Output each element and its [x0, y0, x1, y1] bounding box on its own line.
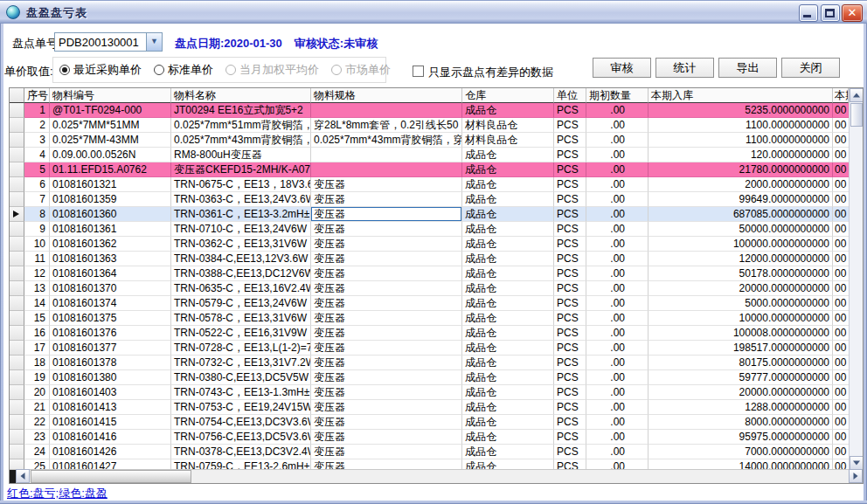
horizontal-scrollbar-thumb[interactable] — [31, 470, 191, 483]
cell-overflow[interactable]: 00 — [833, 222, 849, 237]
cell-unit[interactable]: PCS — [554, 459, 586, 469]
cell-overflow[interactable]: 00 — [833, 400, 849, 415]
cell-inbound[interactable]: 80175.0000000000 — [649, 356, 833, 370]
cell-spec[interactable]: 变压器 — [311, 281, 462, 296]
row-selector[interactable] — [10, 341, 24, 356]
cell-inbound[interactable]: 7000.0000000000 — [649, 445, 833, 459]
cell-begin-qty[interactable]: .00 — [586, 370, 649, 385]
cell-code[interactable]: 01081601378 — [50, 356, 171, 370]
cell-unit[interactable]: PCS — [554, 148, 586, 162]
maximize-button[interactable] — [821, 4, 840, 22]
cell-name[interactable]: RM8-800uH变压器 — [171, 148, 311, 162]
cell-inbound[interactable]: 95975.0000000000 — [649, 430, 833, 445]
row-selector[interactable] — [10, 118, 24, 133]
cell-name[interactable]: 0.025*7mm*51mm背胶铜箔， — [171, 118, 311, 133]
inventory-order-combobox[interactable]: PDB200130001 ▼ — [54, 32, 163, 52]
cell-unit[interactable]: PCS — [554, 237, 586, 252]
cell-name[interactable]: TRN-0754-C,EE13,DC3V3.6W — [171, 415, 311, 430]
cell-code[interactable]: 0.025*7MM-43MM — [50, 133, 171, 148]
cell-name[interactable]: TRN-0378-C,EE13,DC3V2.4W — [171, 445, 311, 459]
cell-no[interactable]: 8 — [24, 207, 50, 222]
cell-name[interactable]: TRN-0635-C，EE13,16V2.4W — [171, 281, 311, 296]
cell-spec[interactable]: 变压器 — [311, 177, 462, 192]
row-selector[interactable] — [10, 430, 24, 445]
cell-begin-qty[interactable]: .00 — [586, 118, 649, 133]
cell-begin-qty[interactable]: .00 — [586, 356, 649, 370]
vertical-scrollbar[interactable] — [849, 88, 863, 470]
row-selector[interactable] — [10, 103, 24, 118]
cell-begin-qty[interactable]: .00 — [586, 341, 649, 356]
export-button[interactable]: 导出 — [718, 58, 777, 78]
cell-code[interactable]: 01081601380 — [50, 370, 171, 385]
cell-code[interactable]: 01081601403 — [50, 385, 171, 400]
cell-no[interactable]: 7 — [24, 192, 50, 207]
table-row[interactable]: 2401081601426TRN-0378-C,EE13,DC3V2.4W变压器… — [10, 445, 849, 459]
cell-name[interactable]: TRN-0363-C，EE13,24V3.6W — [171, 192, 311, 207]
cell-warehouse[interactable]: 成品仓 — [462, 148, 554, 162]
scroll-right-icon[interactable] — [849, 469, 863, 483]
cell-inbound[interactable]: 5000.0000000000 — [649, 296, 833, 311]
cell-begin-qty[interactable]: .00 — [586, 415, 649, 430]
radio-circle-icon[interactable] — [59, 65, 70, 75]
cell-begin-qty[interactable]: .00 — [586, 237, 649, 252]
cell-overflow[interactable]: 00 — [833, 252, 849, 266]
cell-inbound[interactable]: 1100.0000000000 — [649, 118, 833, 133]
table-row[interactable]: 1401081601374TRN-0579-C，EE13,24V6W变压器成品仓… — [10, 296, 849, 311]
cell-inbound[interactable]: 2000.0000000000 — [649, 177, 833, 192]
cell-spec[interactable] — [311, 148, 462, 162]
statistics-button[interactable]: 统计 — [655, 58, 714, 78]
cell-name[interactable]: TRN-0743-C，EE13-1.3mH± — [171, 385, 311, 400]
row-selector[interactable] — [10, 385, 24, 400]
row-selector[interactable] — [10, 266, 24, 281]
cell-inbound[interactable]: 20000.0000000000 — [649, 385, 833, 400]
column-header-no[interactable]: 序号 — [24, 88, 50, 103]
cell-unit[interactable]: PCS — [554, 430, 586, 445]
cell-overflow[interactable]: 00 — [833, 207, 849, 222]
row-selector[interactable] — [10, 400, 24, 415]
cell-no[interactable]: 22 — [24, 415, 50, 430]
cell-no[interactable]: 3 — [24, 133, 50, 148]
cell-unit[interactable]: PCS — [554, 445, 586, 459]
cell-warehouse[interactable]: 成品仓 — [462, 103, 554, 118]
row-selector-header[interactable] — [10, 88, 24, 103]
cell-begin-qty[interactable]: .00 — [586, 385, 649, 400]
cell-no[interactable]: 25 — [24, 459, 50, 469]
cell-spec[interactable]: 变压器 — [311, 415, 462, 430]
cell-warehouse[interactable]: 成品仓 — [462, 385, 554, 400]
cell-overflow[interactable]: 00 — [833, 162, 849, 177]
cell-inbound[interactable]: 20000.0000000000 — [649, 281, 833, 296]
table-row[interactable]: 2101081601413TRN-0753-C，EE19,24V15W变压器成品… — [10, 400, 849, 415]
table-row[interactable]: 1701081601377TRN-0728-C，EE13,L(1-2)=7变压器… — [10, 341, 849, 356]
cell-overflow[interactable]: 00 — [833, 430, 849, 445]
cell-name[interactable]: TRN-0522-C，EE16,31V9W — [171, 326, 311, 341]
cell-inbound[interactable]: 99649.0000000000 — [649, 192, 833, 207]
cell-inbound[interactable]: 50178.0000000000 — [649, 266, 833, 281]
table-row[interactable]: 1801081601378TRN-0732-C，EE13,31V7.2W变压器成… — [10, 356, 849, 370]
cell-code[interactable]: 01081601360 — [50, 207, 171, 222]
table-row[interactable]: 2501081601427TRN-0759-C，EE13-2.6mH±变压器成品… — [10, 459, 849, 469]
current-row-marker[interactable] — [10, 207, 24, 222]
cell-inbound[interactable]: 5235.0000000000 — [649, 103, 833, 118]
cell-code[interactable]: 01081601359 — [50, 192, 171, 207]
cell-unit[interactable]: PCS — [554, 162, 586, 177]
grid-splitter[interactable] — [10, 470, 16, 484]
cell-overflow[interactable]: 00 — [833, 370, 849, 385]
cell-begin-qty[interactable]: .00 — [586, 445, 649, 459]
cell-spec[interactable]: 变压器 — [311, 400, 462, 415]
column-header-warehouse[interactable]: 仓库 — [462, 88, 554, 103]
cell-warehouse[interactable]: 成品仓 — [462, 311, 554, 326]
cell-begin-qty[interactable]: .00 — [586, 430, 649, 445]
cell-no[interactable]: 10 — [24, 237, 50, 252]
cell-no[interactable]: 9 — [24, 222, 50, 237]
cell-warehouse[interactable]: 成品仓 — [462, 326, 554, 341]
row-selector[interactable] — [10, 370, 24, 385]
cell-name[interactable]: JT00294 EE16立式加宽5+2 — [171, 103, 311, 118]
cell-inbound[interactable]: 59777.0000000000 — [649, 370, 833, 385]
cell-warehouse[interactable]: 成品仓 — [462, 192, 554, 207]
row-selector[interactable] — [10, 326, 24, 341]
cell-warehouse[interactable]: 成品仓 — [462, 266, 554, 281]
cell-name[interactable]: TRN-0362-C，EE13,31V6W， — [171, 237, 311, 252]
cell-inbound[interactable]: 100008.0000000000 — [649, 326, 833, 341]
cell-spec[interactable]: 变压器 — [311, 192, 462, 207]
cell-name[interactable]: TRN-0579-C，EE13,24V6W — [171, 296, 311, 311]
